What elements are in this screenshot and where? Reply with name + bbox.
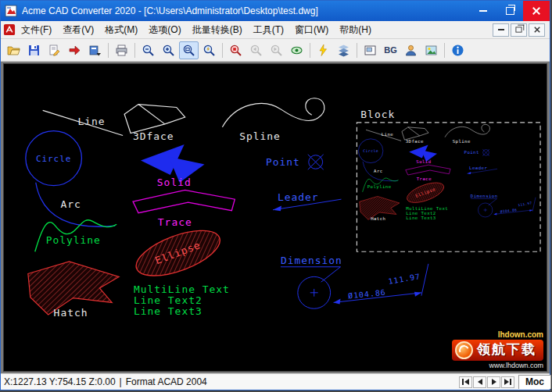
- solid-entity: Solid: [141, 144, 205, 187]
- svg-text:Spline: Spline: [239, 130, 281, 142]
- user-icon: [404, 44, 418, 57]
- info-button[interactable]: [448, 41, 468, 59]
- svg-text:Line: Line: [77, 116, 105, 127]
- svg-text:Line Text3: Line Text3: [134, 305, 203, 317]
- canvas-frame: Line Circle 3Dface Spline: [1, 62, 550, 373]
- mdi-close-button[interactable]: [529, 23, 545, 37]
- zoom-extents-icon: [229, 44, 242, 57]
- block-contents: [358, 124, 536, 221]
- bg-button[interactable]: BG: [381, 41, 400, 59]
- circle-entity: Circle: [26, 131, 82, 186]
- tab-model[interactable]: Moc: [518, 375, 551, 389]
- arc-entity: Arc: [36, 183, 115, 226]
- zoom-window-icon: [182, 44, 195, 57]
- svg-text:3Dface: 3Dface: [133, 130, 174, 142]
- close-icon: [532, 6, 541, 16]
- image-button[interactable]: [421, 41, 441, 59]
- toolbar-separator: [134, 43, 135, 58]
- mdi-minimize-button[interactable]: [493, 23, 509, 37]
- mdi-minimize-icon: [498, 29, 504, 30]
- zoom-realtime-button[interactable]: [199, 41, 219, 59]
- restore-button[interactable]: [496, 1, 523, 21]
- toolbar-separator: [222, 43, 223, 58]
- layers-button[interactable]: [334, 41, 353, 59]
- cad-drawing[interactable]: Line Circle 3Dface Spline: [4, 64, 547, 371]
- batch-convert-button[interactable]: [85, 41, 105, 59]
- toolbar-separator: [108, 43, 109, 58]
- aerial-view-button[interactable]: [287, 41, 306, 59]
- svg-text:MultiLine Text: MultiLine Text: [134, 283, 230, 295]
- open-icon: [7, 44, 20, 57]
- zoom-previous-icon: [249, 44, 263, 57]
- spline-entity: Spline: [222, 98, 324, 142]
- zoom-extents-button[interactable]: [226, 41, 246, 59]
- print-button[interactable]: [112, 41, 131, 59]
- save-as-button[interactable]: [45, 41, 64, 59]
- zoom-out-button[interactable]: [138, 41, 158, 59]
- first-tab-icon: [462, 379, 464, 385]
- title-bar: Acme CAD Converter 2020 - [C:\Users\Admi…: [1, 1, 550, 21]
- app-icon: [5, 5, 17, 17]
- menu-item-file[interactable]: 文件(F): [16, 22, 57, 38]
- frame-icon: [364, 44, 377, 57]
- close-button[interactable]: [523, 1, 550, 21]
- flash-button[interactable]: [314, 41, 333, 59]
- bg-button-label: BG: [384, 45, 397, 55]
- watermark: lhdown.com 领航下载 www.lhdown.com: [452, 330, 543, 370]
- previous-tab-button[interactable]: [473, 376, 486, 388]
- zoom-in-button[interactable]: [159, 41, 178, 59]
- zoom-next-button: [267, 41, 286, 59]
- user-button[interactable]: [401, 41, 421, 59]
- drawing-canvas[interactable]: Line Circle 3Dface Spline: [3, 63, 547, 372]
- svg-text:Polyline: Polyline: [46, 234, 101, 246]
- zoom-window-button[interactable]: [179, 41, 199, 59]
- menu-item-batch-convert[interactable]: 批量转换(B): [187, 22, 248, 38]
- mdi-close-icon: [533, 27, 540, 34]
- last-tab-button[interactable]: [501, 376, 514, 388]
- menu-item-view[interactable]: 查看(V): [57, 22, 99, 38]
- svg-text:Leader: Leader: [278, 191, 319, 203]
- point-entity: Point: [266, 155, 324, 169]
- mdi-restore-button[interactable]: [511, 23, 527, 37]
- last-tab-icon: [504, 379, 509, 385]
- toolbar: BG: [1, 39, 550, 62]
- print-icon: [115, 44, 128, 57]
- save-button[interactable]: [24, 41, 44, 59]
- convert-icon: [68, 44, 81, 57]
- layers-icon: [337, 44, 350, 57]
- status-bar: X:1227.13 Y:754.15 Z:0.00 | Format ACAD …: [1, 373, 550, 390]
- leader-entity: Leader: [273, 191, 341, 211]
- 3dface-entity: 3Dface: [124, 105, 185, 143]
- first-tab-button[interactable]: [459, 376, 472, 388]
- menu-item-options[interactable]: 选项(O): [143, 22, 186, 38]
- document-icon[interactable]: [3, 23, 16, 36]
- block-entity: Block: [357, 109, 540, 251]
- open-button[interactable]: [4, 41, 23, 59]
- batch-convert-icon: [88, 44, 102, 57]
- menu-item-format[interactable]: 格式(M): [99, 22, 143, 38]
- menu-item-tools[interactable]: 工具(T): [248, 22, 289, 38]
- svg-text:Dimension: Dimension: [281, 255, 342, 266]
- app-window: Acme CAD Converter 2020 - [C:\Users\Admi…: [0, 0, 550, 390]
- toolbar-separator: [310, 43, 310, 58]
- zoom-next-icon: [270, 44, 283, 57]
- hatch-entity: Hatch: [28, 262, 119, 319]
- svg-text:Trace: Trace: [158, 216, 192, 228]
- svg-text:Block: Block: [360, 109, 395, 120]
- menu-bar: 文件(F) 查看(V) 格式(M) 选项(O) 批量转换(B) 工具(T) 窗口…: [1, 21, 550, 39]
- next-tab-button[interactable]: [487, 376, 500, 388]
- svg-text:111.97: 111.97: [388, 272, 421, 286]
- minimize-button[interactable]: [470, 1, 496, 21]
- window-controls: [470, 1, 550, 21]
- flash-icon: [317, 44, 330, 57]
- image-icon: [425, 44, 438, 57]
- frame-button[interactable]: [360, 41, 380, 59]
- window-title: Acme CAD Converter 2020 - [C:\Users\Admi…: [22, 5, 318, 16]
- svg-text:Solid: Solid: [157, 176, 192, 188]
- toolbar-separator: [444, 43, 445, 58]
- lhdown-logo-icon: [455, 341, 473, 359]
- previous-tab-icon: [478, 379, 482, 385]
- convert-button[interactable]: [65, 41, 84, 59]
- menu-item-window[interactable]: 窗口(W): [289, 22, 334, 38]
- menu-item-help[interactable]: 帮助(H): [334, 22, 377, 38]
